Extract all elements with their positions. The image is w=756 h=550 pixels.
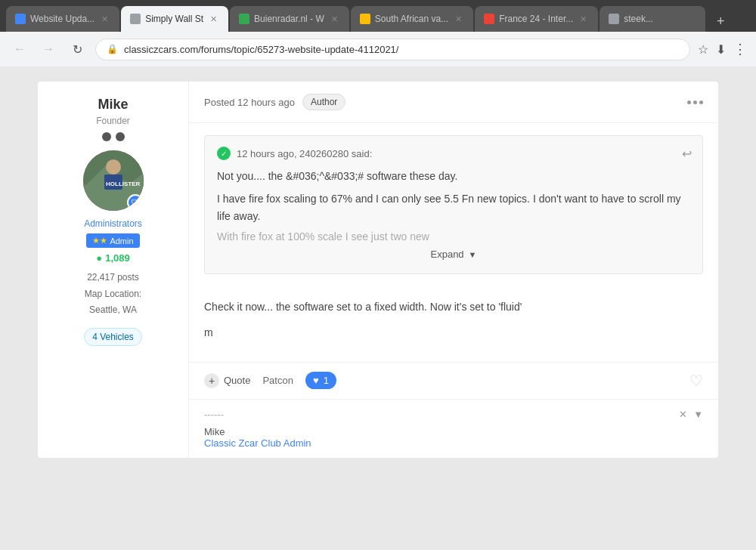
browser-menu-button[interactable]: ⋮: [733, 41, 747, 57]
reputation: ● 1,089: [50, 252, 176, 264]
back-button[interactable]: ←: [9, 39, 30, 60]
tab-favicon-4: [360, 14, 370, 24]
reload-button[interactable]: ↻: [67, 39, 88, 60]
reputation-value: 1,089: [105, 252, 130, 264]
quote-check-icon: ✓: [217, 147, 231, 160]
rep-icon: ●: [96, 252, 102, 264]
post-container: Mike Founder HOLLISTER: [38, 82, 718, 458]
tab-france24[interactable]: France 24 - Inter... ✕: [475, 6, 598, 32]
svg-point-3: [106, 159, 121, 175]
url-text: classiczcars.com/forums/topic/65273-webs…: [124, 44, 679, 55]
url-bar[interactable]: 🔒 classiczcars.com/forums/topic/65273-we…: [95, 39, 690, 60]
svg-text:HOLLISTER: HOLLISTER: [106, 181, 141, 187]
tab-label-5: France 24 - Inter...: [499, 14, 573, 24]
tab-favicon-1: [15, 14, 26, 24]
tab-label-3: Buienradar.nl - W: [254, 14, 324, 24]
post-count: 22,417 posts: [50, 270, 176, 286]
quote-text-faded: With fire fox at 100% scale I see just t…: [217, 230, 690, 243]
location-value: Seattle, WA: [50, 302, 176, 319]
tab-label-4: South African va...: [375, 14, 448, 24]
lock-icon: 🔒: [107, 44, 118, 54]
sig-club: Classic Zcar Club Admin: [204, 437, 703, 449]
address-bar: ← → ↻ 🔒 classiczcars.com/forums/topic/65…: [0, 32, 756, 66]
author-dot-1: [102, 132, 111, 141]
quote-meta: 12 hours ago, 240260280 said:: [237, 148, 372, 159]
post-main: Posted 12 hours ago Author ✓ 12 hours ag…: [189, 82, 718, 458]
tab-south-african[interactable]: South African va... ✕: [351, 6, 473, 32]
post-time: Posted 12 hours ago: [204, 97, 295, 108]
tab-favicon-6: [609, 14, 619, 24]
vehicles-badge: 4 Vehicles: [84, 328, 142, 346]
quote-text-1: Not you.... the &#036;^&#033;# software …: [217, 168, 690, 184]
sig-x-icon[interactable]: ✕: [679, 409, 687, 420]
sig-divider-text: ------: [204, 409, 224, 420]
expand-label: Expand: [431, 249, 464, 260]
quote-label: Quote: [224, 375, 250, 386]
tab-close-4[interactable]: ✕: [453, 13, 464, 26]
post-body-line2: m: [204, 324, 703, 342]
like-button[interactable]: ♥ 1: [305, 372, 336, 389]
tab-favicon-5: [484, 14, 494, 24]
quote-button[interactable]: + Quote: [204, 373, 250, 388]
expand-button[interactable]: Expand ▼: [217, 243, 690, 263]
tab-steek[interactable]: steek...: [600, 6, 705, 32]
like-count: 1: [324, 375, 329, 386]
tab-bar: Website Upda... ✕ Simply Wall St ✕ Buien…: [0, 0, 756, 32]
plus-icon: +: [204, 373, 219, 388]
tab-favicon-2: [130, 14, 141, 24]
sig-chevron-icon[interactable]: ▼: [693, 409, 703, 420]
tab-label-6: steek...: [624, 14, 696, 24]
admin-stars: ★★: [92, 236, 107, 246]
browser-window: Website Upda... ✕ Simply Wall St ✕ Buien…: [0, 0, 756, 66]
quoted-post: ✓ 12 hours ago, 240260280 said: ↩ Not yo…: [204, 135, 703, 274]
post-body: Check it now... the software set to a fi…: [189, 286, 718, 362]
shield-badge: 🛡: [127, 194, 144, 211]
like-heart-icon: ♥: [313, 375, 319, 386]
download-button[interactable]: ⬇: [716, 42, 726, 57]
sig-controls: ✕ ▼: [679, 409, 703, 420]
menu-dot-2: [693, 100, 697, 104]
tab-label-2: Simply Wall St: [145, 14, 203, 24]
heart-button[interactable]: ♡: [689, 372, 703, 390]
tab-close-1[interactable]: ✕: [99, 13, 110, 26]
tab-close-2[interactable]: ✕: [208, 13, 219, 26]
expand-chevron-icon: ▼: [469, 250, 477, 259]
post-menu-button[interactable]: [687, 100, 703, 104]
tab-close-5[interactable]: ✕: [578, 13, 589, 26]
menu-dot-3: [699, 100, 703, 104]
sig-divider: ------ ✕ ▼: [204, 409, 703, 420]
post-header: Posted 12 hours ago Author: [189, 82, 718, 123]
tab-website-update[interactable]: Website Upda... ✕: [6, 6, 119, 32]
author-dots: [50, 132, 176, 141]
reactor-name: Patcon: [262, 375, 293, 386]
menu-dot-1: [687, 100, 691, 104]
tab-close-3[interactable]: ✕: [329, 13, 340, 26]
author-role: Founder: [50, 116, 176, 126]
author-sidebar: Mike Founder HOLLISTER: [38, 82, 189, 458]
quote-header: ✓ 12 hours ago, 240260280 said:: [217, 147, 690, 160]
admin-badge: ★★ Admin: [86, 233, 139, 248]
post-body-line1: Check it now... the software set to a fi…: [204, 298, 703, 317]
admin-label: Admin: [110, 236, 133, 246]
author-stats: 22,417 posts Map Location: Seattle, WA: [50, 270, 176, 319]
quote-reply-icon[interactable]: ↩: [682, 147, 692, 161]
forward-button[interactable]: →: [38, 39, 59, 60]
tab-buienradar[interactable]: Buienradar.nl - W ✕: [230, 6, 349, 32]
sig-name: Mike: [204, 426, 703, 437]
author-name: Mike: [50, 97, 176, 113]
bookmark-button[interactable]: ☆: [698, 42, 708, 57]
tab-simply-wall[interactable]: Simply Wall St ✕: [121, 6, 228, 32]
page-content: Mike Founder HOLLISTER: [0, 66, 756, 550]
location-label: Map Location:: [50, 286, 176, 303]
quote-text-2: I have fire fox scaling to 67% and I can…: [217, 190, 690, 224]
post-signature: ------ ✕ ▼ Mike Classic Zcar Club Admin: [189, 399, 718, 458]
avatar: HOLLISTER 🛡: [83, 150, 144, 211]
new-tab-button[interactable]: +: [710, 11, 731, 32]
tab-favicon-3: [239, 14, 249, 24]
tab-label-1: Website Upda...: [30, 14, 94, 24]
post-footer: + Quote Patcon ♥ 1 ♡: [189, 362, 718, 399]
admin-group-label: Administrators: [50, 218, 176, 229]
author-badge: Author: [302, 94, 345, 110]
author-dot-2: [116, 132, 125, 141]
